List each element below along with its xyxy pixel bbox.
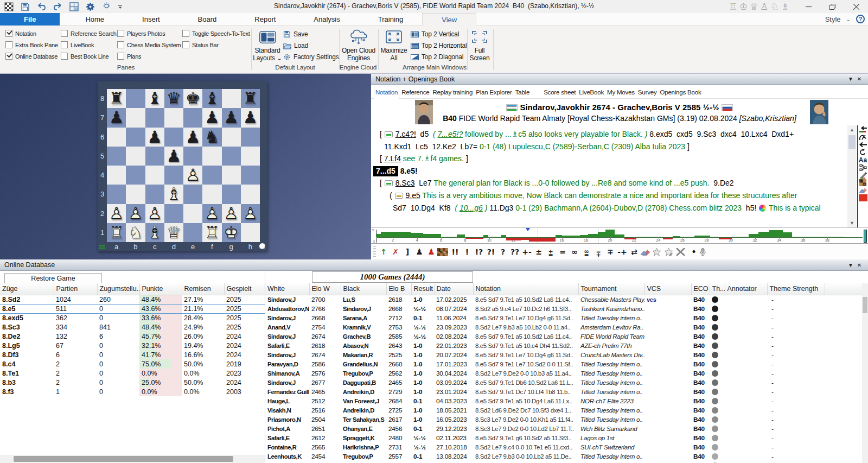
moves-row-8-Sc3[interactable]: 8.Sc333484148.4%24.9%2025 bbox=[0, 322, 265, 332]
moves-row-8-e5[interactable]: 8.e5511043.6%21.1%2025 bbox=[0, 304, 265, 313]
eraser-icon[interactable] bbox=[858, 187, 868, 194]
games-col-theme-strength[interactable]: Theme Strength bbox=[767, 283, 825, 295]
notation-tab-notation[interactable]: Notation bbox=[374, 86, 399, 99]
square-c6[interactable]: ♟ bbox=[145, 128, 164, 147]
square-e7[interactable] bbox=[183, 108, 202, 127]
moves-row-8-exd5[interactable]: 8.exd5362033.6%28.4%2025 bbox=[0, 313, 265, 322]
square-e4[interactable]: ♟♙ bbox=[183, 166, 202, 185]
notation-tab-reference[interactable]: Reference bbox=[400, 86, 430, 98]
top2-horizontal-button[interactable]: Top 2 Horizontal bbox=[411, 42, 467, 49]
checkbox-reference-search[interactable]: Reference Search bbox=[61, 30, 117, 37]
restore-game-button[interactable]: Restore Game bbox=[4, 273, 102, 284]
game-row-14[interactable]: Pichot,A2651Ohanyan,E24560-129.12.20238.… bbox=[265, 424, 862, 433]
factory-settings-button[interactable]: Factory Settings bbox=[283, 53, 339, 61]
notation-tab-openings-book[interactable]: Openings Book bbox=[659, 86, 702, 98]
game-row-15[interactable]: Safarli,E2612Spraggett,K2480½-½02.11.202… bbox=[265, 433, 862, 442]
square-g1[interactable]: ♚♔ bbox=[222, 223, 241, 242]
square-f7[interactable]: ♟ bbox=[202, 108, 221, 127]
odb-dropdown-icon[interactable]: ▼ bbox=[846, 261, 855, 269]
moves-row-8-c4[interactable]: 8.c42075.0%50.0%2019 bbox=[0, 359, 265, 369]
menu-tab-report[interactable]: Report bbox=[235, 13, 295, 26]
chess-board[interactable]: ♜♝♛♚♝♜♟♟♟♟♟♟♞♟♟♙♝♗♟♙♟♙♟♙♟♙♟♙♟♙♜♖♞♘♝♗♛♕♜♖… bbox=[98, 81, 267, 251]
checkbox-best-book-line[interactable]: Best Book Line bbox=[61, 53, 109, 60]
symbol-black-better[interactable]: ∓ bbox=[604, 248, 616, 256]
symbol-good-move[interactable]: ! bbox=[461, 248, 473, 256]
minimize-button[interactable] bbox=[796, 0, 820, 13]
symbol-counterplay[interactable]: ⇄ bbox=[628, 248, 640, 256]
square-a5[interactable] bbox=[107, 147, 126, 166]
games-col-tournament[interactable]: Tournament bbox=[578, 283, 644, 295]
game-row-7[interactable]: Paravyan,D2586Grandelius,N26601-017.01.2… bbox=[265, 359, 862, 369]
symbol-mistake[interactable]: ? bbox=[497, 248, 509, 256]
symbol-red-piece[interactable]: ♟ bbox=[425, 248, 437, 256]
square-a6[interactable] bbox=[107, 128, 126, 147]
square-h1[interactable] bbox=[241, 223, 260, 242]
games-col-notation[interactable]: Notation bbox=[473, 283, 578, 295]
symbol-microphone[interactable] bbox=[700, 248, 712, 256]
square-h2[interactable]: ♟♙ bbox=[241, 204, 260, 223]
square-b1[interactable]: ♞♘ bbox=[126, 223, 145, 242]
checkbox-online-database[interactable]: Online Database bbox=[5, 53, 58, 60]
notation-scrollbar[interactable]: ▲ ▼ bbox=[847, 125, 857, 227]
checkbox-box[interactable] bbox=[61, 41, 68, 48]
moves-row-8-Sd2[interactable]: 8.Sd2102426048.4%27.1%2025 bbox=[0, 295, 265, 304]
symbol-interesting-move[interactable]: !? bbox=[473, 248, 485, 256]
square-h7[interactable]: ♟ bbox=[241, 108, 260, 127]
square-a8[interactable]: ♜ bbox=[107, 89, 126, 108]
square-e1[interactable] bbox=[183, 223, 202, 242]
notation-tab-replay-training[interactable]: Replay training bbox=[432, 86, 474, 98]
symbol-dot[interactable]: • bbox=[688, 248, 700, 256]
checkbox-plans[interactable]: Plans bbox=[117, 53, 141, 60]
titlebar-piece-icon-1[interactable]: ♔ bbox=[739, 1, 748, 12]
symbol-dubious-move[interactable]: ?! bbox=[485, 248, 497, 256]
symbol-delete-cross[interactable]: ✗ bbox=[390, 248, 401, 256]
game-row-4[interactable]: Sindarov,J2674Grachev,B2585½-½02.08.2024… bbox=[265, 332, 862, 341]
book-moves-table[interactable]: ZügePartienZugumstellu...PunkteRemisenGe… bbox=[0, 283, 265, 396]
moves-row-8-b3[interactable]: 8.b32025.0%50.0%2024 bbox=[0, 378, 265, 387]
checkbox-box[interactable] bbox=[61, 30, 68, 37]
notation-tab-score-sheet[interactable]: Score sheet bbox=[542, 86, 577, 98]
moves-col-punkte[interactable]: Punkte bbox=[139, 283, 182, 295]
notation-tab-survey[interactable]: Survey bbox=[637, 86, 658, 98]
square-a2[interactable]: ♟♙ bbox=[107, 204, 126, 223]
moves-row-8-Lg5[interactable]: 8.Lg567032.1%19.4%2024 bbox=[0, 341, 265, 350]
layout-load-button[interactable]: Load bbox=[283, 42, 308, 49]
games-col-white[interactable]: White bbox=[265, 283, 309, 295]
game-row-13[interactable]: Priasmoro,N2504Ter Sahakyan,S26171-016.0… bbox=[265, 415, 862, 424]
symbol-black-winning[interactable]: -+ bbox=[616, 248, 628, 256]
square-f8[interactable]: ♝ bbox=[202, 89, 221, 108]
square-d5[interactable]: ♟ bbox=[164, 147, 183, 166]
knight-moves-icon[interactable] bbox=[858, 134, 868, 141]
piece-black-b[interactable]: ♝ bbox=[202, 89, 221, 108]
square-h4[interactable] bbox=[241, 166, 260, 185]
games-col-date[interactable]: Date bbox=[434, 283, 473, 295]
square-f5[interactable] bbox=[202, 147, 221, 166]
game-row-9[interactable]: Sindarov,J2677Daggupati,B24651-003.09.20… bbox=[265, 378, 862, 387]
square-d6[interactable] bbox=[164, 128, 183, 147]
square-e8[interactable]: ♚ bbox=[183, 89, 202, 108]
game-row-5[interactable]: Safarli,E2618Abasov,N26431-022.01.20238.… bbox=[265, 341, 862, 350]
full-screen-button[interactable]: FullScreen bbox=[467, 30, 493, 62]
checkbox-chess-media-system[interactable]: Chess Media System bbox=[117, 41, 181, 48]
square-h3[interactable] bbox=[241, 185, 260, 204]
reply-arrows-icon[interactable] bbox=[858, 126, 868, 133]
piece-black-r[interactable]: ♜ bbox=[241, 89, 260, 108]
square-d8[interactable]: ♛ bbox=[164, 89, 183, 108]
moves-col-zugumstellu[interactable]: Zugumstellu... bbox=[97, 283, 139, 295]
titlebar-piece-icon-0[interactable]: ♖ bbox=[729, 1, 737, 12]
piece-black-p[interactable]: ♟ bbox=[164, 147, 183, 166]
square-f3[interactable] bbox=[202, 185, 221, 204]
square-h5[interactable] bbox=[241, 147, 260, 166]
panel-close-icon[interactable]: ✕ bbox=[855, 75, 864, 83]
square-g6[interactable] bbox=[222, 128, 241, 147]
square-e2[interactable] bbox=[183, 204, 202, 223]
symbol-equal[interactable]: = bbox=[557, 248, 569, 256]
square-b6[interactable] bbox=[126, 128, 145, 147]
symbol-star-edit[interactable] bbox=[664, 248, 676, 256]
square-h6[interactable] bbox=[241, 128, 260, 147]
square-c8[interactable]: ♝ bbox=[145, 89, 164, 108]
games-col-elo-b[interactable]: Elo B bbox=[386, 283, 411, 295]
style-chevron-icon[interactable]: ⌄ bbox=[846, 16, 851, 22]
square-g8[interactable] bbox=[222, 89, 241, 108]
medal-green-icon[interactable] bbox=[385, 131, 393, 137]
